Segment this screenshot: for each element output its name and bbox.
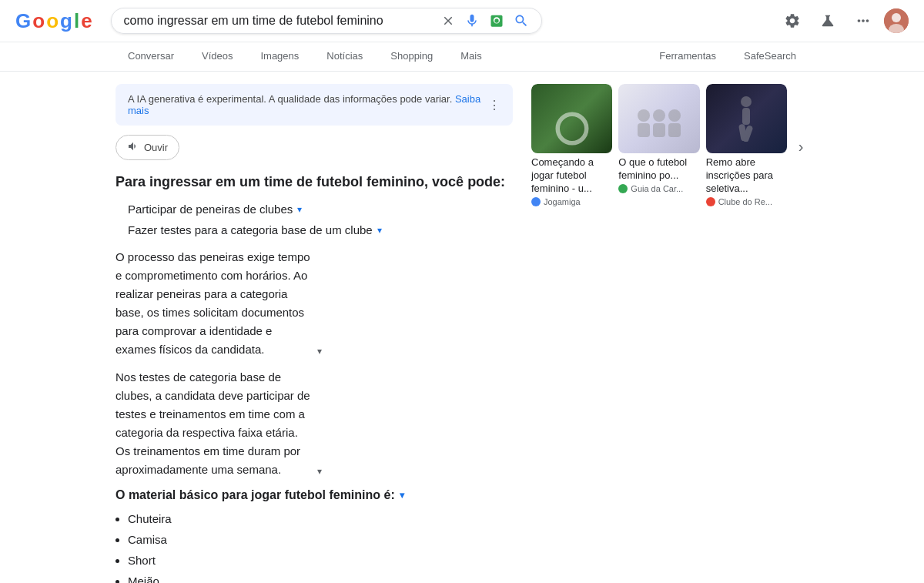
ai-response-title: Para ingressar em um time de futebol fem…: [116, 173, 513, 192]
tab-ferramentas[interactable]: Ferramentas: [647, 42, 728, 71]
speaker-icon: [127, 140, 139, 155]
bullet-list: Participar de peneiras de clubes ▾ Fazer…: [128, 201, 513, 239]
bullet-item-1: Participar de peneiras de clubes ▾: [128, 201, 513, 219]
ai-banner-more-icon[interactable]: ⋮: [488, 98, 500, 112]
source-dot-2: [618, 184, 628, 193]
search-action-icons: [441, 13, 529, 28]
image-team: [618, 84, 699, 153]
right-content: Começando a jogar futebol feminino - u..…: [531, 84, 808, 583]
expand-icon-2[interactable]: ▾: [377, 223, 382, 237]
listen-button[interactable]: Ouvir: [116, 135, 179, 160]
svg-rect-7: [638, 123, 650, 137]
tab-noticias[interactable]: Notícias: [314, 42, 375, 71]
image-source-2: Guia da Car...: [618, 184, 699, 193]
tab-safesearch[interactable]: SafeSearch: [732, 42, 808, 71]
image-card-1[interactable]: Começando a jogar futebol feminino - u..…: [531, 84, 612, 209]
source-dot-1: [531, 197, 541, 206]
ai-banner-text: A IA generativa é experimental. A qualid…: [128, 93, 488, 116]
svg-point-4: [638, 109, 650, 122]
material-expand-icon[interactable]: ▾: [400, 490, 404, 501]
main-content: A IA generativa é experimental. A qualid…: [0, 72, 924, 583]
material-list: Chuteira Camisa Short Meião: [128, 508, 513, 583]
apps-button[interactable]: [849, 6, 878, 35]
header: Google: [0, 0, 924, 42]
para-expand-2[interactable]: ▾: [317, 464, 513, 479]
image-card-2-info: O que o futebol feminino po... Guia da C…: [618, 153, 699, 196]
image-card-1-info: Começando a jogar futebol feminino - u..…: [531, 153, 612, 209]
svg-point-5: [653, 109, 665, 122]
expand-icon-1[interactable]: ▾: [297, 203, 302, 216]
image-source-1: Jogamiga: [531, 197, 612, 206]
left-content: A IA generativa é experimental. A qualid…: [116, 84, 513, 583]
tab-mais[interactable]: Mais: [448, 42, 494, 71]
listen-label: Ouvir: [144, 142, 168, 153]
bullet-item-2: Fazer testes para a categoria base de um…: [128, 222, 513, 240]
material-item-chuteira: Chuteira: [128, 508, 513, 529]
material-item-camisa: Camisa: [128, 529, 513, 550]
ai-paragraph-1: O processo das peneiras exige tempo e co…: [116, 248, 513, 359]
image-soccer: [531, 84, 612, 153]
svg-point-6: [668, 109, 681, 122]
svg-rect-11: [742, 108, 750, 125]
search-input[interactable]: [124, 14, 435, 28]
tab-videos[interactable]: Vídeos: [189, 42, 245, 71]
para-expand-1[interactable]: ▾: [317, 344, 513, 359]
image-kick: [706, 84, 787, 153]
image-source-3: Clube do Re...: [706, 197, 787, 206]
nav-tabs: Conversar Vídeos Imagens Notícias Shoppi…: [0, 42, 924, 72]
images-overflow-btn[interactable]: ›: [793, 84, 808, 209]
tab-shopping[interactable]: Shopping: [378, 42, 445, 71]
labs-button[interactable]: [813, 6, 842, 35]
voice-search-button[interactable]: [464, 13, 480, 28]
camera-search-button[interactable]: [489, 13, 504, 28]
tab-conversar[interactable]: Conversar: [116, 42, 186, 71]
search-submit-button[interactable]: [514, 13, 529, 28]
svg-point-10: [741, 96, 752, 107]
search-bar: [111, 8, 542, 34]
image-card-2[interactable]: O que o futebol feminino po... Guia da C…: [618, 84, 699, 209]
header-right-actions: [778, 6, 909, 35]
avatar[interactable]: [884, 8, 909, 33]
material-item-short: Short: [128, 550, 513, 571]
image-card-3[interactable]: Remo abre inscrições para seletiva... Cl…: [706, 84, 787, 209]
ai-banner: A IA generativa é experimental. A qualid…: [116, 84, 513, 126]
tab-imagens[interactable]: Imagens: [248, 42, 311, 71]
image-row: Começando a jogar futebol feminino - u..…: [531, 84, 808, 209]
google-logo[interactable]: Google: [15, 9, 92, 33]
material-section-title: O material básico para jogar futebol fem…: [116, 488, 513, 502]
image-card-3-info: Remo abre inscrições para seletiva... Cl…: [706, 153, 787, 209]
svg-rect-8: [653, 123, 665, 137]
settings-button[interactable]: [778, 6, 807, 35]
svg-point-1: [892, 13, 901, 22]
svg-rect-9: [668, 123, 681, 137]
ai-paragraph-2: Nos testes de categoria base de clubes, …: [116, 368, 513, 479]
source-dot-3: [706, 197, 715, 206]
clear-button[interactable]: [441, 14, 455, 28]
material-item-meiao: Meião: [128, 571, 513, 583]
